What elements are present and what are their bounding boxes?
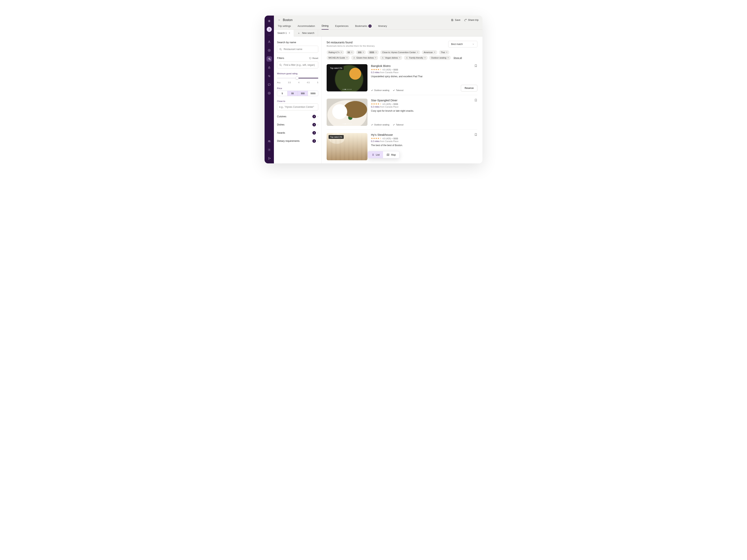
chip-price-2[interactable]: $$× <box>346 50 355 54</box>
tab-accommodation[interactable]: Accommodation <box>298 25 315 30</box>
share-icon <box>464 19 467 22</box>
save-button[interactable]: Save <box>451 19 460 22</box>
filters-panel: Search by name Filters Reset Minimu <box>274 36 321 163</box>
svg-point-8 <box>269 141 270 141</box>
close-to-label: Close to <box>277 100 318 102</box>
gear-icon[interactable] <box>266 147 272 153</box>
svg-point-10 <box>280 48 281 50</box>
tab-experiences[interactable]: Experiences <box>335 25 349 30</box>
sort-dropdown[interactable]: Best match <box>448 41 478 48</box>
restaurant-name[interactable]: Star-Spangled Diner <box>371 99 471 102</box>
tab-bookmarks[interactable]: Bookmarks 8 <box>355 25 371 30</box>
chevron-right-icon: › <box>317 131 318 134</box>
bookmark-icon[interactable] <box>474 64 478 67</box>
svg-point-3 <box>269 75 269 76</box>
bookmark-icon[interactable] <box>474 133 478 136</box>
tab-itinerary[interactable]: Itinerary <box>378 25 387 30</box>
search-tab-1[interactable]: Search 1 × <box>274 30 294 36</box>
reserve-button[interactable]: Reserve <box>461 85 478 92</box>
reset-button[interactable]: Reset <box>309 57 318 59</box>
logout-icon[interactable] <box>266 156 272 161</box>
tab-trip-settings[interactable]: Trip settings <box>278 25 291 30</box>
top-rated-tag: Top rated 1% <box>329 66 344 70</box>
person-icon <box>406 57 408 59</box>
tab-dining[interactable]: Dining <box>321 25 328 30</box>
check-icon <box>393 124 395 126</box>
chip-price-4[interactable]: $$$$× <box>367 50 379 54</box>
chip-price-3[interactable]: $$$× <box>356 50 366 54</box>
top-rated-tag: Top rated 1% <box>329 135 344 139</box>
min-rating-slider[interactable] <box>277 76 318 80</box>
accordion-dietary[interactable]: Dietary requirements 3› <box>277 137 318 145</box>
sliders-icon[interactable] <box>266 73 272 79</box>
close-circle-icon[interactable] <box>266 91 272 96</box>
restaurant-features: Outdoor seating Takeout <box>371 89 457 92</box>
chip-outdoor[interactable]: Outdoor seating× <box>429 56 451 60</box>
chip-gluten-free[interactable]: Gluten free dishes× <box>351 56 378 60</box>
filter-search-input[interactable] <box>277 61 318 69</box>
accordion-awards[interactable]: Awards 3› <box>277 129 318 137</box>
slider-ticks: Any 3.5 4 4.5 5 <box>277 81 318 84</box>
search-by-name-heading: Search by name <box>277 41 318 44</box>
chip-vegan[interactable]: Vegan dishes× <box>380 56 402 60</box>
avatar[interactable]: J <box>267 27 272 32</box>
sparkle-icon[interactable] <box>266 56 272 62</box>
chip-rating[interactable]: Rating 4.7+× <box>327 50 344 54</box>
chip-thai[interactable]: Thai× <box>439 50 449 54</box>
svg-point-0 <box>269 41 269 42</box>
bookmark-icon[interactable] <box>474 99 478 102</box>
chip-family[interactable]: Family-friendly× <box>404 56 428 60</box>
chip-michelin[interactable]: MICHELIN Guide× <box>327 56 350 60</box>
accordion-cuisines[interactable]: Cuisines 3› <box>277 112 318 121</box>
close-to-input[interactable] <box>277 103 318 110</box>
show-all-link[interactable]: Show all <box>454 57 462 59</box>
star-icon: ★★★★☆ <box>371 137 382 139</box>
results-heading: 54 restaurants found <box>327 41 375 44</box>
compass-icon[interactable] <box>266 48 272 53</box>
person-icon <box>353 57 355 59</box>
svg-point-9 <box>269 149 269 150</box>
logo-icon[interactable] <box>266 18 272 24</box>
min-rating-label: Minimum guest rating <box>277 72 318 75</box>
new-search-tab[interactable]: ＋ New search <box>294 30 318 36</box>
results-panel: 54 restaurants found Bookmark items to s… <box>321 36 483 163</box>
destination-title: Boston <box>283 18 292 22</box>
search-tabs: Search 1 × ＋ New search <box>274 30 483 36</box>
price-2[interactable]: $$ <box>287 91 298 96</box>
list-icon <box>371 153 374 156</box>
view-map-button[interactable]: Map <box>383 151 399 158</box>
restaurant-meta: ★★★★☆ 4.5 (425) • $$$$ <box>371 68 457 71</box>
view-list-button[interactable]: List <box>368 151 383 158</box>
price-1[interactable]: $ <box>277 91 287 96</box>
chip-closeto[interactable]: Close to: Hynes Convention Center× <box>380 50 420 54</box>
topbar: Boston Save Share trip Trip settings Acc… <box>274 16 483 30</box>
price-4[interactable]: $$$$ <box>308 91 318 96</box>
name-search-input[interactable] <box>277 46 318 53</box>
price-label: Price <box>277 87 318 90</box>
accordion-dishes[interactable]: Dishes 3› <box>277 121 318 129</box>
chat-icon[interactable] <box>266 82 272 87</box>
chip-american[interactable]: American× <box>422 50 437 54</box>
price-3[interactable]: $$$ <box>298 91 308 96</box>
app-frame: J <box>264 16 483 163</box>
restaurant-distance: 0.2 miles from Canada Place <box>371 71 457 74</box>
restaurant-image[interactable]: Top rated 1% <box>327 133 367 160</box>
svg-rect-5 <box>268 84 271 85</box>
chevron-down-icon[interactable] <box>278 19 281 21</box>
close-icon[interactable]: × <box>289 31 290 34</box>
team-icon[interactable] <box>266 138 272 144</box>
carousel-dots[interactable] <box>343 123 352 124</box>
restaurant-image[interactable]: Top rated 1% <box>327 64 367 92</box>
check-icon <box>371 89 373 92</box>
lock-icon[interactable] <box>266 65 272 70</box>
restaurant-description: Cozy spot for brunch or late night snack… <box>371 109 471 112</box>
carousel-dots[interactable] <box>343 89 352 90</box>
chevron-down-icon <box>472 43 474 45</box>
price-segment: $ $$ $$$ $$$$ <box>277 91 318 96</box>
restaurant-name[interactable]: Bangkok Bistro <box>371 64 457 68</box>
share-button[interactable]: Share trip <box>464 19 479 22</box>
restaurant-name[interactable]: Hy's Steakhouse <box>371 133 471 136</box>
filter-accordion: Cuisines 3› Dishes 3› Awards 3› Dietary … <box>277 112 318 145</box>
person-icon[interactable] <box>266 39 272 45</box>
restaurant-image[interactable] <box>327 99 367 126</box>
